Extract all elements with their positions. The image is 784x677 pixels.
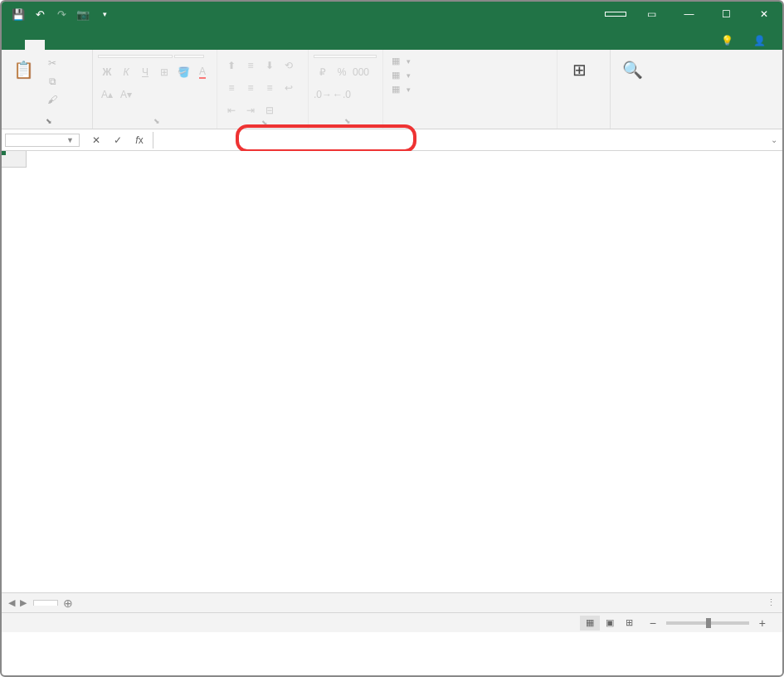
normal-view-icon[interactable]: ▦ bbox=[580, 616, 600, 631]
cell-styles-button[interactable]: ▦▾ bbox=[388, 83, 414, 95]
merge-button[interactable]: ⊟ bbox=[261, 102, 279, 119]
quick-access-toolbar: 💾 ↶ ↷ 📷 ▾ bbox=[2, 4, 114, 24]
accept-formula-icon[interactable]: ✓ bbox=[108, 132, 128, 149]
increase-font-button[interactable]: A▴ bbox=[98, 86, 116, 103]
conditional-formatting-button[interactable]: ▦▾ bbox=[388, 55, 414, 67]
tab-formulas[interactable] bbox=[85, 40, 105, 50]
redo-icon[interactable]: ↷ bbox=[51, 4, 71, 24]
group-cells: ⊞ bbox=[558, 50, 611, 129]
bold-button[interactable]: Ж bbox=[98, 64, 116, 80]
select-all-corner[interactable] bbox=[2, 151, 27, 168]
clipboard-launcher-icon[interactable]: ⬊ bbox=[46, 117, 52, 125]
ribbon-options-icon[interactable]: ▭ bbox=[633, 2, 670, 27]
cut-icon[interactable]: ✂ bbox=[43, 55, 61, 71]
tab-help[interactable] bbox=[164, 40, 184, 50]
page-break-view-icon[interactable]: ⊞ bbox=[620, 616, 640, 631]
tab-home[interactable] bbox=[25, 40, 45, 50]
expand-formula-bar-icon[interactable]: ⌄ bbox=[766, 135, 782, 144]
tab-page-layout[interactable] bbox=[65, 40, 85, 50]
sheet-nav-next-icon[interactable]: ▶ bbox=[20, 597, 27, 608]
comma-button[interactable]: 000 bbox=[352, 64, 370, 80]
zoom-in-button[interactable]: + bbox=[756, 616, 769, 630]
font-name-combo[interactable] bbox=[98, 55, 173, 58]
share-button[interactable]: 👤 bbox=[747, 32, 776, 50]
editing-button[interactable]: 🔍 bbox=[616, 55, 649, 86]
percent-button[interactable]: % bbox=[333, 64, 351, 80]
chevron-down-icon[interactable]: ▼ bbox=[66, 136, 74, 144]
group-clipboard: 📋 ✂ ⧉ 🖌 ⬊ bbox=[2, 50, 93, 129]
tab-file[interactable] bbox=[5, 40, 25, 50]
status-bar: ▦ ▣ ⊞ − + bbox=[2, 612, 782, 632]
decrease-font-button[interactable]: A▾ bbox=[117, 86, 135, 103]
cancel-formula-icon[interactable]: ✕ bbox=[86, 132, 106, 149]
align-right-button[interactable]: ≡ bbox=[261, 80, 279, 96]
format-as-table-button[interactable]: ▦▾ bbox=[388, 69, 414, 81]
tab-insert[interactable] bbox=[45, 40, 65, 50]
camera-icon[interactable]: 📷 bbox=[73, 4, 93, 24]
number-launcher-icon[interactable]: ⬊ bbox=[344, 117, 351, 125]
tab-view[interactable] bbox=[144, 40, 164, 50]
copy-icon[interactable]: ⧉ bbox=[43, 73, 61, 90]
border-button[interactable]: ⊞ bbox=[155, 64, 173, 80]
wrap-text-button[interactable]: ↩ bbox=[280, 80, 298, 96]
decrease-decimal-button[interactable]: ←.0 bbox=[333, 86, 351, 103]
tab-data[interactable] bbox=[105, 40, 124, 50]
increase-indent-button[interactable]: ⇥ bbox=[241, 102, 260, 119]
tab-review[interactable] bbox=[124, 40, 144, 50]
tell-me-button[interactable]: 💡 bbox=[714, 32, 743, 50]
spreadsheet-grid[interactable] bbox=[2, 151, 782, 592]
italic-button[interactable]: К bbox=[117, 64, 135, 80]
close-icon[interactable]: ✕ bbox=[745, 2, 782, 27]
formula-input[interactable] bbox=[153, 132, 766, 148]
login-button[interactable] bbox=[605, 12, 626, 17]
sheet-tab[interactable] bbox=[33, 600, 58, 606]
minimize-icon[interactable]: — bbox=[670, 2, 708, 27]
fill-color-button[interactable]: 🪣 bbox=[174, 64, 192, 80]
table-icon: ▦ bbox=[392, 70, 400, 80]
orientation-button[interactable]: ⟲ bbox=[280, 57, 298, 74]
search-icon: 🔍 bbox=[619, 56, 645, 83]
sheet-tab-bar: ◀ ▶ ⊕ ⋮ bbox=[2, 592, 782, 612]
clipboard-icon: 📋 bbox=[10, 56, 37, 83]
name-box[interactable]: ▼ bbox=[5, 134, 80, 147]
cells-button[interactable]: ⊞ bbox=[562, 55, 596, 86]
align-center-button[interactable]: ≡ bbox=[241, 80, 260, 96]
align-left-button[interactable]: ≡ bbox=[222, 80, 241, 96]
zoom-slider[interactable] bbox=[666, 621, 749, 625]
increase-decimal-button[interactable]: .0→ bbox=[314, 86, 332, 103]
group-font: Ж К Ч ⊞ 🪣 A A▴ A▾ ⬊ bbox=[93, 50, 217, 129]
cells-icon: ⊞ bbox=[566, 56, 592, 83]
underline-button[interactable]: Ч bbox=[136, 64, 154, 80]
zoom-out-button[interactable]: − bbox=[646, 616, 660, 630]
format-painter-icon[interactable]: 🖌 bbox=[43, 91, 61, 108]
alignment-launcher-icon[interactable]: ⬊ bbox=[261, 119, 268, 127]
bulb-icon: 💡 bbox=[721, 35, 733, 46]
font-size-combo[interactable] bbox=[174, 55, 204, 58]
formula-bar: ▼ ✕ ✓ fx ⌄ bbox=[2, 129, 782, 151]
font-launcher-icon[interactable]: ⬊ bbox=[153, 117, 160, 125]
align-middle-button[interactable]: ≡ bbox=[241, 57, 260, 74]
currency-button[interactable]: ₽ bbox=[314, 64, 332, 80]
font-color-button[interactable]: A bbox=[193, 64, 212, 80]
decrease-indent-button[interactable]: ⇤ bbox=[222, 102, 241, 119]
sheet-nav-prev-icon[interactable]: ◀ bbox=[8, 597, 15, 608]
sheet-split-handle[interactable]: ⋮ bbox=[767, 597, 776, 608]
align-bottom-button[interactable]: ⬇ bbox=[261, 57, 279, 74]
save-icon[interactable]: 💾 bbox=[8, 4, 28, 24]
undo-icon[interactable]: ↶ bbox=[30, 4, 50, 24]
add-sheet-button[interactable]: ⊕ bbox=[58, 593, 78, 613]
cell-styles-icon: ▦ bbox=[392, 84, 400, 95]
paste-button[interactable]: 📋 bbox=[7, 55, 40, 86]
qat-dropdown-icon[interactable]: ▾ bbox=[95, 4, 114, 24]
ribbon: 📋 ✂ ⧉ 🖌 ⬊ Ж К Ч ⊞ 🪣 A bbox=[2, 50, 782, 129]
group-alignment: ⬆ ≡ ⬇ ⟲ ≡ ≡ ≡ ↩ ⇤ ⇥ ⊟ ⬊ bbox=[217, 50, 309, 129]
fx-icon[interactable]: fx bbox=[129, 132, 149, 149]
maximize-icon[interactable]: ☐ bbox=[708, 2, 745, 27]
title-bar: 💾 ↶ ↷ 📷 ▾ ▭ — ☐ ✕ bbox=[2, 2, 782, 27]
number-format-combo[interactable] bbox=[314, 55, 377, 58]
group-styles: ▦▾ ▦▾ ▦▾ bbox=[383, 50, 558, 129]
ribbon-tabs: 💡 👤 bbox=[2, 27, 782, 50]
align-top-button[interactable]: ⬆ bbox=[222, 57, 241, 74]
group-number: ₽ % 000 .0→ ←.0 ⬊ bbox=[309, 50, 383, 129]
page-layout-view-icon[interactable]: ▣ bbox=[600, 616, 620, 631]
